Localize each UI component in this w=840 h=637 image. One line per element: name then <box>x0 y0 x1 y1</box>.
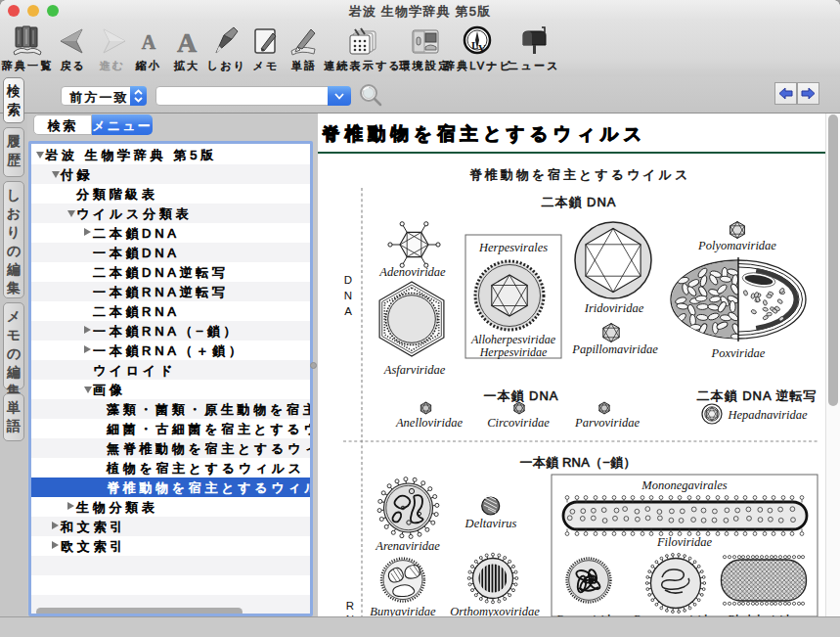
svg-text:Herpesviridae: Herpesviridae <box>479 345 548 359</box>
svg-text:Orthomyxoviridae: Orthomyxoviridae <box>450 605 540 617</box>
svg-text:A: A <box>142 31 156 53</box>
svg-text:D: D <box>344 274 352 286</box>
svg-text:Alloherpesviridae: Alloherpesviridae <box>470 333 556 346</box>
svg-text:Filoviridae: Filoviridae <box>656 535 713 549</box>
svg-text:Poxviridae: Poxviridae <box>711 346 766 360</box>
svg-text:Adenoviridae: Adenoviridae <box>378 265 446 279</box>
svg-text:N: N <box>344 290 352 301</box>
svg-text:A: A <box>177 27 198 58</box>
svg-text:Deltavirus: Deltavirus <box>464 517 517 530</box>
svg-text:A: A <box>344 305 352 317</box>
svg-text:Arenaviridae: Arenaviridae <box>375 539 440 553</box>
svg-text:R: R <box>346 600 354 612</box>
svg-text:Papillomaviridae: Papillomaviridae <box>571 342 658 356</box>
svg-text:Circoviridae: Circoviridae <box>487 416 550 430</box>
svg-text:Iridoviridae: Iridoviridae <box>584 301 644 315</box>
svg-text:Polyomaviridae: Polyomaviridae <box>697 239 776 252</box>
svg-text:Asfarviridae: Asfarviridae <box>383 363 446 377</box>
svg-text:V: V <box>478 42 486 54</box>
svg-text:脊椎動物を宿主とするウイルス: 脊椎動物を宿主とするウイルス <box>469 167 690 182</box>
svg-text:Parvoviridae: Parvoviridae <box>574 416 640 430</box>
svg-text:二本鎖 DNA 逆転写: 二本鎖 DNA 逆転写 <box>697 388 818 403</box>
svg-text:Hepadnaviridae: Hepadnaviridae <box>727 408 808 422</box>
svg-text:Anelloviridae: Anelloviridae <box>395 416 463 430</box>
svg-text:一本鎖 DNA: 一本鎖 DNA <box>483 388 558 403</box>
svg-text:一本鎖 RNA（−鎖）: 一本鎖 RNA（−鎖） <box>520 455 637 470</box>
svg-text:Bunyaviridae: Bunyaviridae <box>370 605 436 617</box>
svg-text:Mononegavirales: Mononegavirales <box>641 478 728 492</box>
svg-text:二本鎖 DNA: 二本鎖 DNA <box>541 195 616 209</box>
svg-text:Herpesvirales: Herpesvirales <box>478 241 548 254</box>
